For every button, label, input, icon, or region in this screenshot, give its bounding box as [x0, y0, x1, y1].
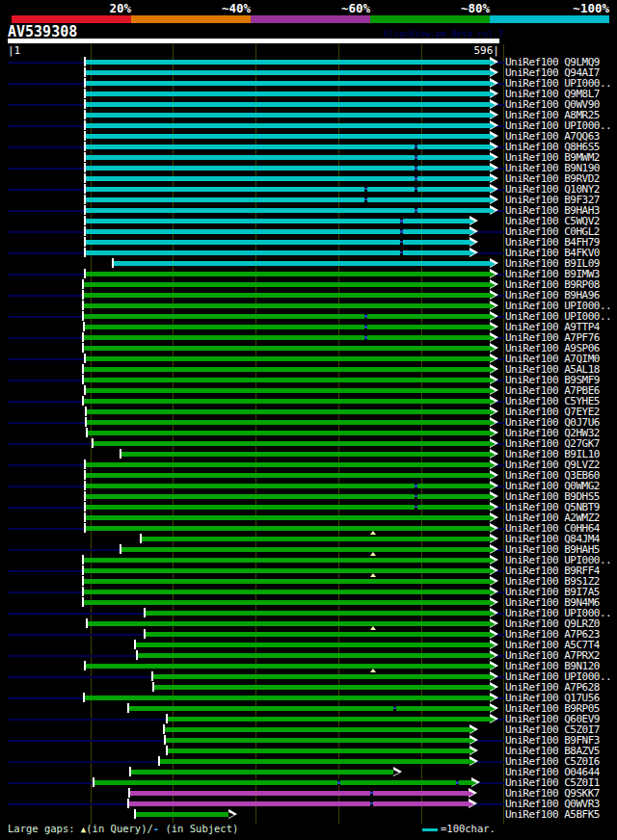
hit-bar[interactable]: [83, 600, 490, 605]
hit-bar[interactable]: [113, 261, 490, 266]
hit-bar[interactable]: [83, 293, 490, 298]
hit-bar[interactable]: [85, 92, 490, 96]
hit-bar[interactable]: [85, 176, 490, 181]
hit-bar[interactable]: [87, 621, 490, 626]
hit-bar[interactable]: [85, 272, 490, 276]
hit-start-tick: [84, 470, 86, 480]
hit-start-tick: [82, 597, 84, 607]
hit-bar[interactable]: [85, 166, 490, 171]
hit-bar[interactable]: [84, 696, 490, 700]
alignment-row: UniRef100_A5BFK5: [0, 809, 617, 820]
hit-bar[interactable]: [137, 653, 490, 658]
hit-bar[interactable]: [85, 526, 490, 531]
hit-start-tick: [84, 248, 86, 257]
hit-bar[interactable]: [85, 208, 490, 213]
hit-bar[interactable]: [85, 484, 490, 488]
hit-start-tick: [82, 587, 84, 596]
hit-bar[interactable]: [85, 505, 490, 510]
hit-bar[interactable]: [83, 590, 490, 594]
hit-bar[interactable]: [86, 420, 490, 425]
hit-bar[interactable]: [86, 409, 490, 414]
hit-bar[interactable]: [83, 399, 490, 404]
arrowhead-fill-icon: [490, 505, 496, 511]
hit-bar[interactable]: [83, 378, 490, 382]
arrowhead-fill-icon: [490, 547, 496, 553]
hit-bar[interactable]: [85, 515, 490, 520]
arrowhead-fill-icon: [490, 176, 496, 182]
hit-bar[interactable]: [85, 144, 490, 149]
hit-bar[interactable]: [159, 759, 469, 764]
hit-bar[interactable]: [85, 388, 490, 393]
hit-start-tick: [82, 343, 84, 353]
arrowhead-fill-icon: [490, 208, 496, 214]
hit-bar[interactable]: [167, 748, 469, 753]
hit-bar[interactable]: [85, 197, 490, 202]
hit-bar[interactable]: [83, 335, 490, 340]
hit-bar[interactable]: [85, 81, 490, 86]
arrowhead-fill-icon: [490, 187, 496, 193]
arrowhead-fill-icon: [393, 770, 399, 775]
hit-bar[interactable]: [85, 473, 490, 478]
hit-bar[interactable]: [85, 664, 490, 669]
hit-bar[interactable]: [145, 632, 490, 637]
hit-bar[interactable]: [94, 780, 471, 785]
hit-bar[interactable]: [83, 568, 490, 573]
hit-bar[interactable]: [83, 346, 490, 351]
hit-bar[interactable]: [83, 579, 490, 584]
hit-bar[interactable]: [85, 219, 469, 223]
hit-start-tick: [82, 301, 84, 310]
hit-bar[interactable]: [167, 717, 490, 722]
hit-label[interactable]: UniRef100_A5BFK5: [505, 808, 616, 820]
hit-bar[interactable]: [85, 462, 490, 467]
hit-bar[interactable]: [85, 250, 469, 255]
hit-start-tick: [136, 650, 138, 660]
hit-start-tick: [127, 703, 129, 713]
hit-bar[interactable]: [153, 685, 490, 690]
hit-bar[interactable]: [85, 123, 490, 128]
hit-start-tick: [134, 640, 136, 649]
hit-bar[interactable]: [85, 155, 490, 160]
hit-bar[interactable]: [129, 791, 469, 796]
hit-bar[interactable]: [85, 356, 490, 361]
hit-bar[interactable]: [85, 229, 469, 234]
hit-bar[interactable]: [135, 812, 228, 817]
subject-gap-mark: [364, 197, 367, 202]
hit-bar[interactable]: [85, 187, 490, 192]
hit-bar[interactable]: [121, 452, 490, 457]
hit-bar[interactable]: [130, 770, 393, 774]
hit-bar[interactable]: [85, 113, 490, 118]
hit-bar[interactable]: [83, 367, 490, 372]
hit-start-tick: [82, 396, 84, 406]
arrowhead-fill-icon: [469, 219, 475, 224]
hit-bar[interactable]: [85, 70, 490, 75]
hit-bar[interactable]: [87, 431, 490, 435]
hit-start-tick: [84, 89, 86, 98]
hit-bar[interactable]: [83, 558, 490, 563]
hit-bar[interactable]: [93, 441, 490, 446]
hit-bar[interactable]: [85, 102, 490, 107]
hit-bar[interactable]: [83, 314, 490, 319]
hit-bar[interactable]: [152, 674, 490, 679]
hit-bar[interactable]: [128, 706, 490, 711]
hit-bar[interactable]: [135, 643, 490, 647]
hit-bar[interactable]: [164, 727, 469, 732]
hit-bar[interactable]: [165, 738, 469, 743]
hit-start-tick: [151, 671, 153, 681]
hit-bar[interactable]: [121, 547, 490, 552]
hit-bar[interactable]: [128, 801, 469, 806]
hit-bar[interactable]: [141, 537, 490, 541]
hit-start-tick: [84, 142, 86, 151]
hit-bar[interactable]: [83, 303, 490, 308]
hit-bar[interactable]: [85, 134, 490, 139]
hit-bar[interactable]: [84, 325, 490, 329]
subject-gap-mark: [415, 176, 417, 181]
hit-bar[interactable]: [85, 494, 490, 499]
hit-start-tick: [84, 120, 86, 130]
hit-bar[interactable]: [85, 60, 490, 65]
subject-gap-mark: [370, 791, 373, 796]
identity-scale-segment: [490, 15, 609, 23]
hit-bar[interactable]: [145, 611, 490, 616]
hit-bar[interactable]: [85, 240, 469, 245]
subject-gap-mark: [415, 166, 417, 171]
hit-bar[interactable]: [83, 282, 490, 287]
